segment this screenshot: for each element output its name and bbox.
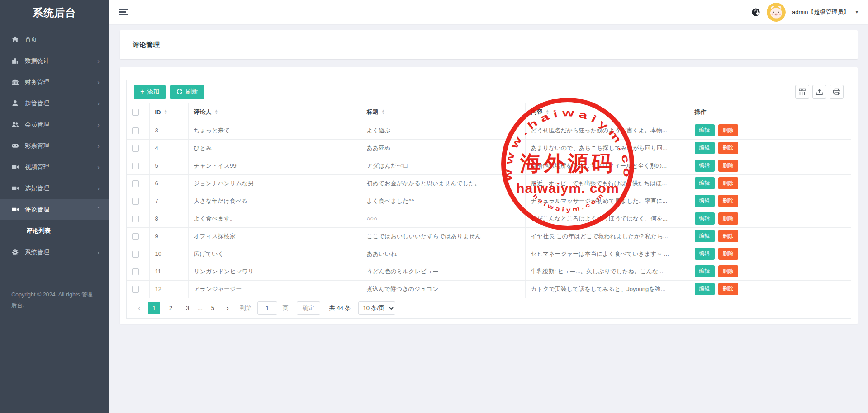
sidebar-item-label: 系统管理 <box>25 249 97 257</box>
pig-avatar-image <box>767 3 786 22</box>
chevron-right-icon: › <box>97 249 100 256</box>
sidebar-item-lottery[interactable]: 彩票管理 › <box>0 135 109 156</box>
row-checkbox[interactable] <box>132 127 139 134</box>
header-id[interactable]: ID▲▼ <box>149 103 188 122</box>
cell-id: 8 <box>149 210 188 227</box>
edit-button[interactable]: 编辑 <box>695 265 715 277</box>
palette-icon[interactable] <box>751 8 760 17</box>
refresh-button[interactable]: 刷新 <box>170 85 204 99</box>
row-checkbox[interactable] <box>132 251 139 258</box>
next-page-icon[interactable]: › <box>222 304 233 312</box>
cell-id: 3 <box>149 122 188 139</box>
row-checkbox[interactable] <box>132 198 139 205</box>
delete-button[interactable]: 删除 <box>718 160 738 172</box>
sidebar-item-comments[interactable]: 评论管理 ˇ <box>0 199 109 220</box>
page-button[interactable]: 3 <box>181 302 194 314</box>
cell-id: 9 <box>149 227 188 245</box>
delete-button[interactable]: 删除 <box>718 124 738 136</box>
delete-button[interactable]: 删除 <box>718 212 738 225</box>
row-checkbox[interactable] <box>132 268 139 275</box>
sidebar: 系统后台 首页 数据统计 › 财务管理 › 超管管理 › <box>0 0 109 413</box>
row-checkbox[interactable] <box>132 216 139 222</box>
row-checkbox[interactable] <box>132 145 139 152</box>
table-card: + 添加 刷新 <box>120 67 858 324</box>
page-size-select[interactable]: 10 条/页 <box>358 301 395 315</box>
prev-page-icon[interactable]: ‹ <box>134 304 145 312</box>
sidebar-item-finance[interactable]: 财务管理 › <box>0 71 109 93</box>
cell-id: 7 <box>149 192 188 210</box>
table-header-row: ID▲▼ 评论人▲▼ 标题▲▼ 内容▲▼ 操作 <box>127 103 851 122</box>
sidebar-item-members[interactable]: 会员管理 › <box>0 114 109 135</box>
add-button[interactable]: + 添加 <box>134 85 166 99</box>
cell-content: 最近、オッピーでも出張でも行けば子供たちはほ... <box>525 174 689 192</box>
table-row: 8 よく食べます。 ○○○ 私がこんなところはよく通うほうではなく、何を... … <box>127 210 851 227</box>
export-button[interactable] <box>812 85 826 99</box>
sidebar-item-stats[interactable]: 数据统计 › <box>0 50 109 71</box>
cell-id: 6 <box>149 174 188 192</box>
user-menu[interactable]: admin【超级管理员】 <box>792 8 849 16</box>
goto-label: 到第 <box>240 304 252 312</box>
delete-button[interactable]: 删除 <box>718 248 738 260</box>
chevron-right-icon: › <box>97 185 100 192</box>
sidebar-item-video[interactable]: 视频管理 › <box>0 156 109 178</box>
sidebar-item-label: 选妃管理 <box>25 184 97 192</box>
delete-button[interactable]: 删除 <box>718 195 738 207</box>
goto-page-input[interactable] <box>257 301 277 315</box>
hamburger-icon[interactable] <box>119 9 129 15</box>
delete-button[interactable]: 删除 <box>718 230 738 242</box>
cell-content: あまりないので、あちこち探してみながら回り回... <box>525 139 689 157</box>
delete-button[interactable]: 删除 <box>718 283 738 295</box>
row-checkbox[interactable] <box>132 286 139 293</box>
page-button[interactable]: 5 <box>207 302 219 314</box>
sidebar-item-label: 数据统计 <box>25 57 97 65</box>
print-icon <box>833 88 840 96</box>
delete-button[interactable]: 删除 <box>718 142 738 154</box>
edit-button[interactable]: 编辑 <box>695 142 715 154</box>
edit-button[interactable]: 编辑 <box>695 177 715 189</box>
edit-button[interactable]: 编辑 <box>695 212 715 225</box>
header-reviewer[interactable]: 评论人▲▼ <box>188 103 361 122</box>
sidebar-item-system[interactable]: 系统管理 › <box>0 242 109 263</box>
edit-button[interactable]: 编辑 <box>695 160 715 172</box>
avatar[interactable] <box>767 3 786 22</box>
sidebar-nav: 首页 数据统计 › 财务管理 › 超管管理 › 会员管理 › <box>0 29 109 263</box>
delete-button[interactable]: 删除 <box>718 265 738 277</box>
confirm-button[interactable]: 确定 <box>297 301 320 315</box>
edit-button[interactable]: 编辑 <box>695 230 715 242</box>
edit-button[interactable]: 编辑 <box>695 195 715 207</box>
header-title[interactable]: 标题▲▼ <box>361 103 525 122</box>
cell-reviewer: オフィス探検家 <box>188 227 361 245</box>
header-content[interactable]: 内容▲▼ <box>525 103 689 122</box>
sidebar-item-comment-list[interactable]: 评论列表 <box>0 220 109 242</box>
table-row: 6 ジョンナハンサムな男 初めてお金がかかると思いませんでした。 最近、オッピー… <box>127 174 851 192</box>
cell-reviewer: 広げていく <box>188 245 361 263</box>
edit-button[interactable]: 编辑 <box>695 283 715 295</box>
edit-button[interactable]: 编辑 <box>695 124 715 136</box>
columns-button[interactable] <box>795 85 809 99</box>
select-all-checkbox[interactable] <box>132 109 139 116</box>
edit-button[interactable]: 编辑 <box>695 248 715 260</box>
caret-down-icon[interactable]: ▾ <box>855 9 858 15</box>
row-checkbox[interactable] <box>132 163 139 169</box>
page-button[interactable]: 2 <box>165 302 177 314</box>
page-unit-label: 页 <box>283 304 289 312</box>
print-button[interactable] <box>830 85 844 99</box>
header-actions: 操作 <box>689 103 851 122</box>
users-icon <box>11 121 19 128</box>
topbar: admin【超级管理员】 ▾ <box>109 0 868 24</box>
sidebar-item-label: 超管管理 <box>25 99 97 108</box>
sidebar-copyright: Copyright © 2024. All rights 管理后台. <box>0 289 109 311</box>
cell-content: セヒマネージャーは本当によく食べていきます～ ... <box>525 245 689 263</box>
sidebar-item-label: 评论管理 <box>25 206 97 214</box>
cell-reviewer: ちょっと来て <box>188 122 361 139</box>
cell-id: 10 <box>149 245 188 263</box>
delete-button[interactable]: 删除 <box>718 177 738 189</box>
sidebar-item-superadmin[interactable]: 超管管理 › <box>0 93 109 114</box>
row-checkbox[interactable] <box>132 233 139 240</box>
sidebar-item-xuanfei[interactable]: 选妃管理 › <box>0 178 109 199</box>
sidebar-item-label: 会员管理 <box>25 121 97 129</box>
sort-icon: ▲▼ <box>382 109 385 115</box>
row-checkbox[interactable] <box>132 180 139 187</box>
sidebar-item-home[interactable]: 首页 <box>0 29 109 50</box>
page-button[interactable]: 1 <box>148 302 160 314</box>
